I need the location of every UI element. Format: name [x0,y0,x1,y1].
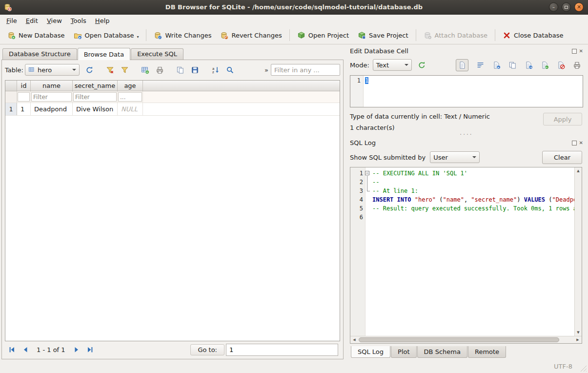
text-mode-button[interactable] [456,59,468,71]
column-header-age[interactable]: age [118,81,143,91]
toolbar-overflow-chevron[interactable]: » [264,66,269,74]
tab-browse-data[interactable]: Browse Data [78,48,131,60]
sql-log-view[interactable]: 1−-- EXECUTING ALL IN 'SQL 1'2--3-- At l… [350,167,582,344]
open-database-button[interactable]: ▸Open Database▾ [70,29,143,42]
svg-text:+: + [12,36,15,40]
left-pane: Database StructureBrowse DataExecute SQL… [0,44,345,359]
log-line-text: -- [372,178,574,186]
data-grid[interactable]: idnamesecret_nameage 11DeadpondDive Wils… [5,80,340,341]
cell-name[interactable]: Deadpond [31,103,73,115]
column-header-secret_name[interactable]: secret_name [73,81,118,91]
dock-close-icon[interactable]: ✕ [579,49,583,54]
sort-records-button[interactable]: az [209,64,222,76]
filter-input-id[interactable] [18,92,30,102]
dock-close-icon[interactable]: ✕ [579,141,583,145]
log-vertical-scrollbar[interactable]: ▲ ▼ [574,167,582,336]
tab-execute-sql[interactable]: Execute SQL [131,48,183,60]
log-line-text: INSERT INTO "hero" ("name", "secret_name… [372,195,574,204]
scroll-right-icon[interactable]: ▶ [574,336,582,343]
last-record-button[interactable] [84,344,96,355]
goto-button[interactable]: Go to: [190,344,224,355]
scroll-track[interactable] [575,174,582,329]
cell-id[interactable]: 1 [17,103,31,115]
filter-any-input[interactable] [271,64,340,76]
bottom-tab-sql-log[interactable]: SQL Log [351,346,390,358]
menu-tools[interactable]: Tools [67,16,90,26]
menu-edit[interactable]: Edit [22,16,42,26]
fold-collapse-icon[interactable]: − [365,171,369,175]
menu-help[interactable]: Help [91,16,114,26]
copy-cell-button[interactable] [506,59,519,71]
filter-input-name[interactable] [31,92,72,102]
bottom-tab-remote[interactable]: Remote [468,346,506,358]
find-record-button[interactable] [223,64,237,76]
log-line-text: -- At line 1: [372,186,574,195]
refresh-table-button[interactable] [83,64,96,76]
export-cell-button[interactable]: → [522,59,535,71]
column-header-name[interactable]: name [31,81,73,91]
filter-input-secret_name[interactable] [73,92,117,102]
clear-log-button[interactable]: Clear [542,151,582,164]
first-record-button[interactable] [6,344,18,355]
maximize-button[interactable] [562,2,571,12]
dropdown-arrow-icon[interactable]: ▾ [137,35,139,40]
write-changes-button[interactable]: ✓Write Changes [150,29,215,42]
scroll-thumb[interactable] [359,337,559,342]
scroll-down-icon[interactable]: ▼ [575,329,582,336]
menu-file[interactable]: File [2,16,21,26]
log-horizontal-scrollbar[interactable]: ◀ ▶ [350,336,582,343]
column-header-id[interactable]: id [17,81,31,91]
mode-combo[interactable]: Text [373,59,412,71]
import-cell-button[interactable]: ← [538,59,551,71]
new-record-button[interactable]: + [139,64,152,76]
dock-splitter-handle[interactable]: ···· [350,131,583,138]
cell-info-row: Type of data currently in cell: Text / N… [350,113,583,131]
scroll-up-icon[interactable]: ▲ [575,167,582,174]
word-wrap-button[interactable] [474,59,487,71]
goto-input[interactable] [226,344,338,356]
fold-marker-icon[interactable]: − [363,169,372,178]
cell-age[interactable]: NULL [118,103,143,115]
table-row[interactable]: 11DeadpondDive WilsonNULL [5,103,340,116]
tab-database-structure[interactable]: Database Structure [2,48,77,60]
print-records-button[interactable] [153,64,166,76]
dock-float-icon[interactable] [572,49,577,54]
table-combo[interactable]: hero [25,64,80,76]
close-database-button[interactable]: Close Database [499,29,568,42]
svg-text:←: ← [545,65,548,69]
cell-secret_name[interactable]: Dive Wilson [73,103,118,115]
filter-input-age[interactable] [118,92,142,102]
new-database-button[interactable]: +New Database [3,29,69,42]
toolbar-separator [146,29,146,41]
save-table-button[interactable] [188,64,202,76]
scroll-left-icon[interactable]: ◀ [350,336,358,343]
log-line: 5-- Result: query executed successfully.… [350,204,574,213]
cell-icon-toolbar: ▸→← [456,59,583,71]
set-null-button[interactable] [554,59,567,71]
bottom-tab-plot[interactable]: Plot [391,346,417,358]
cell-editor[interactable]: 1 1 [350,75,583,107]
save-project-button[interactable]: Save Project [354,29,412,42]
submitted-by-combo[interactable]: User [430,151,480,163]
save-filter-button[interactable] [118,64,131,76]
print-cell-button[interactable] [570,59,583,71]
resize-grip-icon[interactable] [580,365,587,372]
bottom-tab-db-schema[interactable]: DB Schema [417,346,467,358]
menu-view[interactable]: View [43,16,66,26]
next-record-button[interactable] [70,344,82,355]
minimize-button[interactable]: – [549,2,558,12]
revert-changes-button[interactable]: ↶Revert Changes [216,29,285,42]
open-file-button[interactable]: ▸ [490,59,503,71]
copy-record-button[interactable] [174,64,187,76]
close-button[interactable]: ✕ [574,2,584,12]
dock-float-icon[interactable] [572,141,577,145]
open-database-button-label: Open Database [85,32,134,39]
apply-button[interactable]: Apply [543,113,582,125]
clear-filters-button[interactable] [103,64,117,76]
editor-content[interactable]: 1 [364,76,583,107]
prev-record-button[interactable] [20,344,32,355]
open-project-button[interactable]: Open Project [293,29,353,42]
new-database-button-label: New Database [19,32,65,39]
refresh-cell-button[interactable] [415,59,428,71]
scroll-track[interactable] [358,336,574,343]
